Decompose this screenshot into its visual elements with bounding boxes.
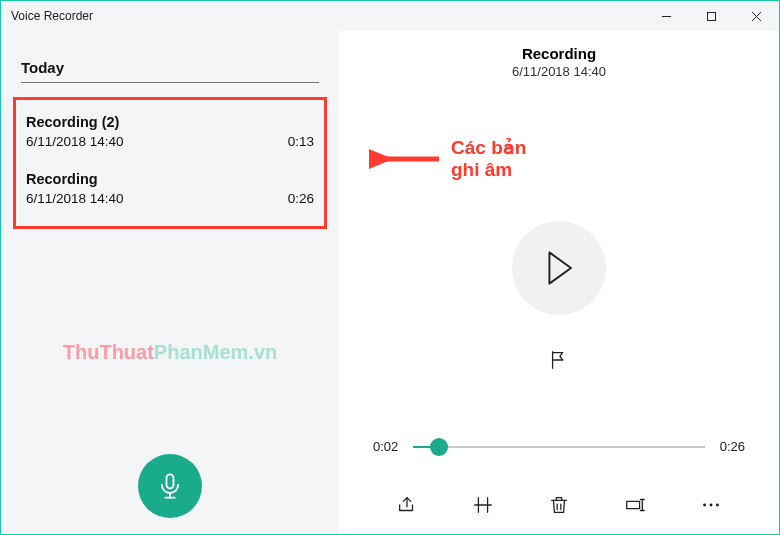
close-button[interactable] [734,1,779,31]
recordings-highlight-box: Recording (2) 6/11/2018 14:40 0:13 Recor… [13,97,327,229]
rename-button[interactable] [624,494,646,520]
play-icon [544,250,574,286]
more-button[interactable] [700,494,722,520]
total-time: 0:26 [709,439,745,454]
recording-duration: 0:13 [288,134,314,149]
recording-item[interactable]: Recording (2) 6/11/2018 14:40 0:13 [22,106,318,163]
delete-button[interactable] [548,494,570,520]
section-header-today: Today [21,59,319,83]
add-marker-button[interactable] [548,349,570,375]
window-title: Voice Recorder [1,9,644,23]
annotation-text: Các bản ghi âm [451,137,526,181]
play-button[interactable] [512,221,606,315]
share-icon [396,494,418,516]
svg-point-22 [710,504,713,507]
action-bar [339,494,779,520]
main-panel: Recording 6/11/2018 14:40 Các bản ghi âm [339,31,779,534]
recording-item[interactable]: Recording 6/11/2018 14:40 0:26 [22,163,318,220]
titlebar: Voice Recorder [1,1,779,31]
annotation: Các bản ghi âm [369,137,526,181]
svg-point-21 [703,504,706,507]
maximize-button[interactable] [689,1,734,31]
ellipsis-icon [700,494,722,516]
app-body: Today Recording (2) 6/11/2018 14:40 0:13… [1,31,779,534]
recording-title: Recording (2) [26,114,314,130]
recording-title: Recording [26,171,314,187]
playback-title: Recording [522,45,596,62]
annotation-line2: ghi âm [451,159,526,181]
seek-track[interactable] [413,446,705,448]
record-button[interactable] [138,454,202,518]
svg-rect-1 [708,12,716,20]
svg-rect-4 [167,474,174,488]
watermark: ThuThuatPhanMem.vn [1,341,339,364]
recording-datetime: 6/11/2018 14:40 [26,191,124,206]
flag-icon [548,349,570,371]
recording-datetime: 6/11/2018 14:40 [26,134,124,149]
microphone-icon [156,472,184,500]
seek-bar: 0:02 0:26 [373,439,745,454]
elapsed-time: 0:02 [373,439,409,454]
seek-thumb[interactable] [430,438,448,456]
app-window: Voice Recorder Today Recording (2) 6/11/… [0,0,780,535]
playback-datetime: 6/11/2018 14:40 [512,64,606,79]
trash-icon [548,494,570,516]
watermark-part1: ThuThuat [63,341,154,363]
minimize-button[interactable] [644,1,689,31]
sidebar: Today Recording (2) 6/11/2018 14:40 0:13… [1,31,339,534]
trim-button[interactable] [472,494,494,520]
watermark-part2: PhanMem.vn [154,341,277,363]
share-button[interactable] [396,494,418,520]
svg-point-23 [716,504,719,507]
arrow-left-icon [369,145,441,173]
rename-icon [624,494,646,516]
svg-rect-17 [627,501,640,508]
window-controls [644,1,779,31]
annotation-line1: Các bản [451,137,526,159]
trim-icon [472,494,494,516]
recording-duration: 0:26 [288,191,314,206]
